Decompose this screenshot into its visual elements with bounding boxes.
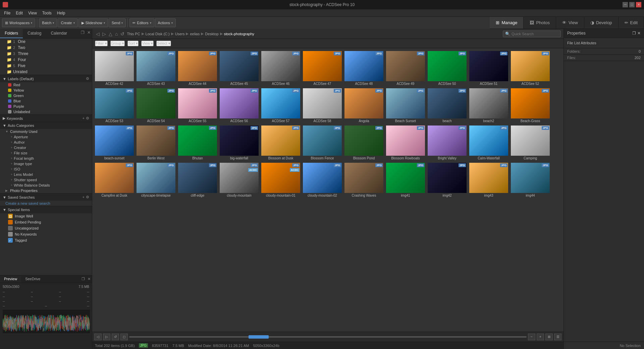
search-input[interactable]: [512, 32, 558, 36]
labels-section-header[interactable]: ▼ Labels (Default) ⚙: [0, 75, 92, 82]
auto-cat-aperture[interactable]: + Aperture: [0, 134, 92, 140]
label-blue[interactable]: Blue: [0, 98, 92, 104]
thumbnail-item[interactable]: JPG ACDC cloudy-mountain: [219, 162, 259, 198]
special-item-uncategorized[interactable]: Uncategorized: [0, 225, 92, 231]
thumbnail-item[interactable]: JPG Calm-Waterfall: [469, 125, 509, 161]
menu-help[interactable]: Help: [54, 11, 68, 15]
thumbnail-item[interactable]: JPG Blossom Fence: [302, 125, 342, 161]
menu-tools[interactable]: Tools: [40, 11, 54, 15]
slideshow-button[interactable]: ▶ Slideshow ▾: [78, 18, 108, 27]
label-green[interactable]: Green: [0, 93, 92, 98]
keywords-add-icon[interactable]: +: [83, 116, 85, 120]
tab-develop[interactable]: ◑ Develop: [584, 17, 619, 29]
folder-item-unrated[interactable]: 📁 Unrated: [0, 69, 92, 75]
batch-button[interactable]: Batch ▾: [39, 18, 57, 27]
path-forward-button[interactable]: ▷: [101, 31, 107, 37]
path-desktop[interactable]: Desktop: [205, 32, 218, 36]
thumbnail-item[interactable]: JPG Bright Valley: [427, 125, 467, 161]
auto-cat-lens-model[interactable]: + Lens Model: [0, 172, 92, 177]
strip-zoom-in-button[interactable]: +: [537, 334, 544, 340]
tab-view[interactable]: 👁 View: [556, 17, 584, 29]
thumbnail-item[interactable]: JPG Blossom at Dusk: [261, 125, 301, 161]
thumbnail-item[interactable]: JPG big-waterfall: [219, 125, 259, 161]
saved-search-settings-icon[interactable]: ⚙: [86, 195, 89, 199]
thumbnail-item[interactable]: JPG ACDSee 51: [469, 50, 509, 86]
thumbnail-item[interactable]: JPG Blossom Rowboats: [385, 125, 426, 161]
path-folder[interactable]: stock-photography: [224, 32, 255, 36]
menu-edit[interactable]: Edit: [13, 11, 25, 15]
thumbnail-item[interactable]: JPG ACDSee 52: [510, 50, 550, 86]
saved-search-add-icon[interactable]: +: [83, 195, 85, 199]
auto-cat-wb-details[interactable]: + White Balance Details: [0, 183, 92, 188]
tab-edit[interactable]: ✏ Edit: [619, 17, 644, 29]
strip-reload-button[interactable]: ↺: [112, 334, 119, 340]
special-items-header[interactable]: ▼ Special Items: [0, 206, 92, 213]
folder-item-two[interactable]: 📁 2 Two: [0, 45, 92, 51]
special-item-image-well[interactable]: 🖼 Image Well: [0, 213, 92, 219]
create-saved-search[interactable]: Create a new saved search: [0, 201, 92, 206]
label-red[interactable]: Red: [0, 82, 92, 88]
thumbnail-item[interactable]: JPG img44: [510, 162, 550, 198]
thumbnail-item[interactable]: JPG img41: [385, 162, 426, 198]
thumbnail-item[interactable]: JPG ACDSee 58: [302, 88, 342, 123]
auto-cat-commonly-used[interactable]: ▼ Commonly Used: [0, 129, 92, 134]
path-back-button[interactable]: ◁: [95, 31, 101, 37]
strip-scroll-slider[interactable]: [129, 336, 527, 338]
thumbnail-item[interactable]: JPG ACDSee 54: [136, 88, 176, 123]
send-button[interactable]: Send ▾: [109, 18, 126, 27]
label-yellow[interactable]: Yellow: [0, 88, 92, 93]
thumbnail-item[interactable]: JPG ACDSee 53: [94, 88, 135, 123]
thumbnail-item[interactable]: JPG ACDSee 55: [177, 88, 218, 123]
panel-float-button[interactable]: ❐: [79, 29, 86, 38]
thumbnail-item[interactable]: JPG ACDSee 50: [427, 50, 467, 86]
tab-calendar[interactable]: Calendar: [46, 29, 72, 38]
path-thispc[interactable]: This PC: [127, 32, 140, 36]
label-purple[interactable]: Purple: [0, 104, 92, 109]
thumbnail-item[interactable]: JPG ACDC cloudy-mountain-01: [261, 162, 301, 198]
preview-float-button[interactable]: ❐: [80, 276, 86, 283]
thumbnail-item[interactable]: JPG Blossom Pond: [344, 125, 384, 161]
thumbnail-item[interactable]: JPG Beach Sunset: [385, 88, 426, 123]
sort-button[interactable]: Sort ▾: [127, 41, 139, 46]
filter-button[interactable]: Filter ▾: [95, 41, 108, 46]
thumbnail-item[interactable]: JPG cityscape-timelapse: [136, 162, 176, 198]
workspaces-button[interactable]: ⊞ Workspaces ▾: [2, 18, 35, 27]
thumbnail-item[interactable]: JPG ACDSee 43: [136, 50, 176, 86]
thumbnail-item[interactable]: JPG ACDSee 44: [177, 50, 218, 86]
thumbnail-item[interactable]: JPG ACDSee 47: [302, 50, 342, 86]
auto-cat-filesize[interactable]: + File size: [0, 150, 92, 156]
thumbnail-item[interactable]: JPG ACDSee 46: [261, 50, 301, 86]
auto-categories-header[interactable]: ▼ Auto Categories: [0, 122, 92, 129]
special-item-tagged[interactable]: ✓ Tagged: [0, 237, 92, 243]
preview-close-button[interactable]: ✕: [86, 276, 92, 283]
path-home-button[interactable]: ⌂: [114, 31, 119, 37]
auto-cat-shutter-speed[interactable]: + Shutter speed: [0, 177, 92, 183]
path-refresh-button[interactable]: ↺: [119, 31, 125, 37]
menu-view[interactable]: View: [25, 11, 40, 15]
tab-seedrive[interactable]: SeeDrive: [21, 276, 44, 283]
group-button[interactable]: Group ▾: [110, 41, 125, 46]
tab-preview[interactable]: Preview: [0, 276, 21, 283]
auto-cat-author[interactable]: + Author: [0, 140, 92, 145]
close-button[interactable]: ✕: [636, 2, 641, 7]
strip-list-button[interactable]: ☰: [554, 334, 561, 340]
thumbnail-item[interactable]: JPG Camping: [510, 125, 550, 161]
thumbnail-item[interactable]: JPG ACDSee 45: [219, 50, 259, 86]
folder-item-four[interactable]: 📁 4 Four: [0, 57, 92, 63]
properties-close-button[interactable]: ✕: [637, 31, 641, 36]
maximize-button[interactable]: □: [629, 2, 635, 7]
panel-close-button[interactable]: ✕: [86, 29, 92, 38]
saved-searches-header[interactable]: ▼ Saved Searches + ⚙: [0, 193, 92, 201]
special-item-no-keywords[interactable]: No Keywords: [0, 231, 92, 237]
thumbnail-item[interactable]: JPG ACDSee 57: [261, 88, 301, 123]
keywords-settings-icon[interactable]: ⚙: [86, 116, 89, 120]
menu-file[interactable]: File: [1, 11, 13, 15]
path-localdisk[interactable]: Local Disk (C:): [146, 32, 170, 36]
strip-next-button[interactable]: ▷: [103, 334, 110, 340]
auto-cat-photo-props[interactable]: ▶ Photo Properties: [0, 188, 92, 193]
create-button[interactable]: Create ▾: [58, 18, 77, 27]
thumbnail-item[interactable]: JPG Campfire at Dusk: [94, 162, 135, 198]
minimize-button[interactable]: ─: [623, 2, 628, 7]
label-unlabeled[interactable]: Unlabeled: [0, 109, 92, 114]
auto-cat-creator[interactable]: + Creator: [0, 145, 92, 150]
